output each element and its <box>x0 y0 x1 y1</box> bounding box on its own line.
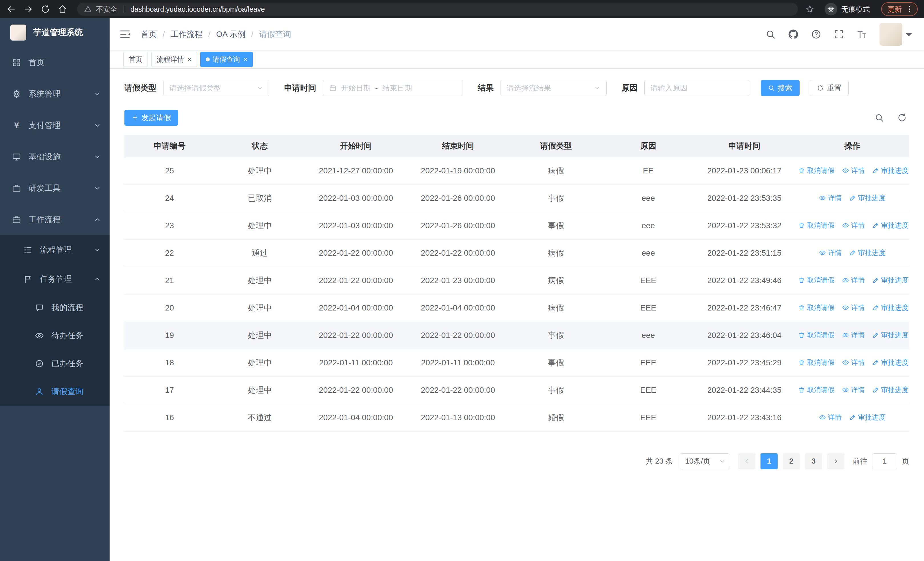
create-leave-button[interactable]: 发起请假 <box>124 110 178 126</box>
sidebar-item-payment[interactable]: ¥ 支付管理 <box>0 110 110 141</box>
security-chip[interactable]: 不安全 <box>96 5 117 14</box>
prev-page-button[interactable] <box>738 453 755 469</box>
sidebar-item-done-tasks[interactable]: 已办任务 <box>0 350 110 378</box>
toggle-search-icon[interactable] <box>874 113 884 123</box>
breadcrumb-oa-example[interactable]: OA 示例 <box>216 29 246 40</box>
approval-progress-link[interactable]: 审批进度 <box>849 413 885 422</box>
fullscreen-icon[interactable] <box>834 29 844 39</box>
goto-page-input[interactable] <box>872 453 897 469</box>
breadcrumb-workflow[interactable]: 工作流程 <box>171 29 202 40</box>
hamburger-icon[interactable] <box>119 29 131 40</box>
cancel-leave-link[interactable]: 取消请假 <box>798 358 834 367</box>
tab-close-icon[interactable] <box>243 56 248 63</box>
table-toolbar: 发起请假 <box>124 110 909 126</box>
sidebar-item-my-process[interactable]: 我的流程 <box>0 294 110 322</box>
cancel-leave-label: 取消请假 <box>807 221 834 230</box>
approval-progress-label: 审批进度 <box>881 331 909 340</box>
cancel-leave-link[interactable]: 取消请假 <box>798 166 834 175</box>
reset-button[interactable]: 重置 <box>810 80 849 96</box>
approval-progress-link[interactable]: 审批进度 <box>849 193 885 203</box>
tab-home[interactable]: 首页 <box>123 52 148 67</box>
browser-back-icon[interactable] <box>6 4 16 14</box>
result-label: 结果 <box>478 83 494 93</box>
apply-time-range-picker[interactable]: 开始日期 - 结束日期 <box>323 80 463 96</box>
approval-progress-link[interactable]: 审批进度 <box>872 385 909 394</box>
sidebar-item-todo-tasks[interactable]: 待办任务 <box>0 322 110 350</box>
result-select[interactable]: 请选择流结果 <box>501 80 607 96</box>
detail-link[interactable]: 详情 <box>819 193 842 203</box>
page-button-1[interactable]: 1 <box>760 453 778 469</box>
avatar[interactable] <box>879 23 902 46</box>
cancel-leave-link[interactable]: 取消请假 <box>798 303 834 312</box>
help-icon[interactable] <box>811 29 821 39</box>
sidebar-item-devtools[interactable]: 研发工具 <box>0 173 110 204</box>
font-size-icon[interactable] <box>856 29 867 39</box>
url-text[interactable]: dashboard.yudao.iocoder.cn/bpm/oa/leave <box>130 5 265 14</box>
detail-link[interactable]: 详情 <box>842 303 865 312</box>
refresh-table-icon[interactable] <box>897 113 907 123</box>
date-end-placeholder[interactable]: 结束日期 <box>382 83 412 93</box>
detail-link[interactable]: 详情 <box>842 221 865 230</box>
approval-progress-link[interactable]: 审批进度 <box>872 276 909 285</box>
sidebar-item-system[interactable]: 系统管理 <box>0 78 110 110</box>
detail-link[interactable]: 详情 <box>842 358 865 367</box>
detail-link[interactable]: 详情 <box>819 413 842 422</box>
detail-link[interactable]: 详情 <box>842 166 865 175</box>
sidebar-item-process-mgmt[interactable]: 流程管理 <box>0 235 110 265</box>
reason-input[interactable] <box>650 84 743 93</box>
cell-status: 处理中 <box>214 349 305 376</box>
cancel-leave-link[interactable]: 取消请假 <box>798 331 834 340</box>
detail-link[interactable]: 详情 <box>842 385 865 394</box>
user-icon <box>35 387 44 396</box>
sidebar-item-workflow[interactable]: 工作流程 <box>0 204 110 235</box>
sidebar-item-task-mgmt[interactable]: 任务管理 <box>0 265 110 294</box>
cell-actions: 取消请假 详情 审批进度 <box>795 294 909 322</box>
trash-icon <box>798 304 805 311</box>
date-start-placeholder[interactable]: 开始日期 <box>341 83 370 93</box>
breadcrumb-home[interactable]: 首页 <box>141 29 157 40</box>
cancel-leave-link[interactable]: 取消请假 <box>798 276 834 285</box>
browser-update-button[interactable]: 更新 <box>881 2 918 16</box>
browser-home-icon[interactable] <box>58 4 68 14</box>
detail-link[interactable]: 详情 <box>842 276 865 285</box>
detail-link[interactable]: 详情 <box>842 331 865 340</box>
sidebar-item-label: 任务管理 <box>40 274 86 284</box>
cancel-leave-label: 取消请假 <box>807 331 834 340</box>
next-page-button[interactable] <box>827 453 844 469</box>
approval-progress-link[interactable]: 审批进度 <box>872 358 909 367</box>
eye-icon <box>819 250 826 256</box>
tab-process-detail[interactable]: 流程详情 <box>151 52 197 67</box>
approval-progress-link[interactable]: 审批进度 <box>872 331 909 340</box>
cancel-leave-link[interactable]: 取消请假 <box>798 385 834 394</box>
leave-type-select[interactable]: 请选择请假类型 <box>163 80 269 96</box>
eye-icon <box>842 167 849 174</box>
tab-close-icon[interactable] <box>188 56 192 63</box>
approval-progress-link[interactable]: 审批进度 <box>849 248 885 257</box>
page-button-2[interactable]: 2 <box>783 453 800 469</box>
approval-progress-label: 审批进度 <box>858 413 885 422</box>
github-icon[interactable] <box>788 29 798 39</box>
browser-menu-icon[interactable] <box>905 5 914 14</box>
search-button[interactable]: 搜索 <box>761 80 800 96</box>
page-button-3[interactable]: 3 <box>805 453 822 469</box>
user-menu[interactable] <box>879 23 912 46</box>
detail-link[interactable]: 详情 <box>819 248 842 257</box>
approval-progress-link[interactable]: 审批进度 <box>872 303 909 312</box>
cell-reason: EEE <box>603 267 693 294</box>
bookmark-star-icon[interactable] <box>805 5 814 14</box>
page-size-select[interactable]: 10条/页 <box>680 453 730 469</box>
col-header-reason: 原因 <box>603 135 693 157</box>
sidebar-item-infra[interactable]: 基础设施 <box>0 141 110 173</box>
tab-leave-query[interactable]: 请假查询 <box>200 52 253 67</box>
address-bar[interactable]: 不安全 dashboard.yudao.iocoder.cn/bpm/oa/le… <box>77 3 798 16</box>
sidebar-item-leave-query[interactable]: 请假查询 <box>0 378 110 406</box>
search-icon[interactable] <box>765 29 776 39</box>
browser-reload-icon[interactable] <box>40 4 50 14</box>
approval-progress-link[interactable]: 审批进度 <box>872 221 909 230</box>
approval-progress-link[interactable]: 审批进度 <box>872 166 909 175</box>
browser-forward-icon[interactable] <box>23 4 33 14</box>
trash-icon <box>798 332 805 338</box>
cancel-leave-link[interactable]: 取消请假 <box>798 221 834 230</box>
cell-leave-type: 病假 <box>509 294 603 322</box>
sidebar-item-home[interactable]: 首页 <box>0 47 110 78</box>
